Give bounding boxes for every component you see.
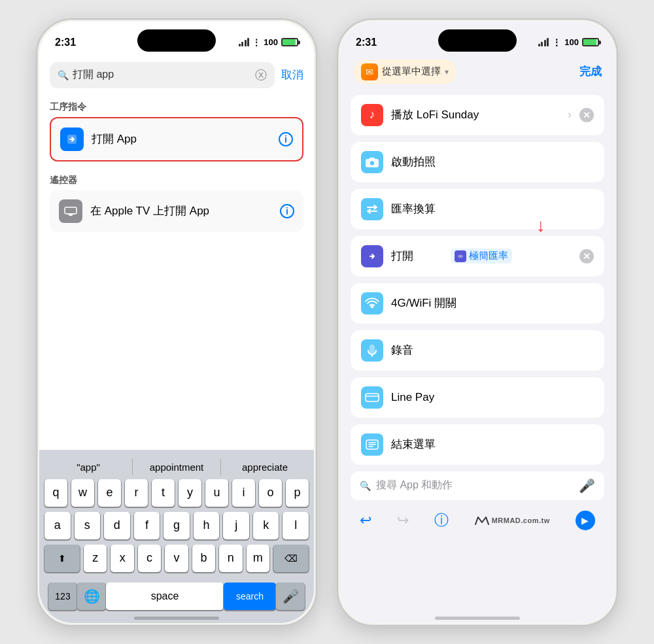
key-v[interactable]: v	[165, 545, 188, 572]
key-w[interactable]: w	[71, 479, 94, 507]
linepay-label: Line Pay	[391, 391, 594, 404]
music-remove-button[interactable]: ✕	[579, 108, 594, 122]
shortcut-item-exchange[interactable]: 匯率換算	[351, 189, 604, 229]
key-u[interactable]: u	[205, 479, 228, 507]
key-globe[interactable]: 🌐	[77, 583, 106, 610]
mic-button[interactable]: 🎤	[579, 478, 595, 494]
appletv-label: 在 Apple TV 上打開 App	[90, 203, 272, 218]
dynamic-island-2	[438, 29, 517, 52]
wifi-toggle-icon	[361, 292, 383, 314]
done-button[interactable]: 完成	[579, 64, 602, 79]
record-icon	[361, 339, 383, 362]
appletv-icon	[59, 199, 82, 223]
svg-point-5	[370, 160, 375, 165]
redo-button[interactable]: ↪	[397, 512, 409, 529]
key-backspace[interactable]: ⌫	[273, 545, 309, 572]
key-c[interactable]: c	[138, 545, 161, 572]
status-icons-1: ⋮ 100	[239, 37, 298, 47]
key-search[interactable]: search	[224, 583, 276, 610]
search-bar[interactable]: 🔍 打開 app ⓧ	[50, 62, 275, 88]
home-indicator-2	[435, 617, 520, 620]
search-bar-container: 🔍 打開 app ⓧ 取消	[39, 57, 314, 93]
key-123[interactable]: 123	[48, 583, 77, 610]
open-app-icon-2	[361, 245, 383, 267]
key-k[interactable]: k	[253, 512, 279, 539]
key-s[interactable]: s	[75, 512, 101, 539]
exchange-icon	[361, 198, 383, 220]
key-row-2: a s d f g h j k l	[44, 512, 309, 539]
key-n[interactable]: n	[219, 545, 242, 572]
bottom-search-icon: 🔍	[360, 481, 371, 491]
cancel-button[interactable]: 取消	[281, 67, 303, 82]
shortcut-item-end-menu[interactable]: 結束選單	[351, 424, 604, 465]
autocomplete-appointment[interactable]: appointment	[132, 459, 220, 475]
signal-icon	[239, 38, 250, 46]
key-l[interactable]: l	[283, 512, 309, 539]
key-a[interactable]: a	[44, 512, 71, 539]
play-button[interactable]: ▶	[576, 511, 595, 530]
info-button-open-app[interactable]: i	[279, 132, 293, 146]
shortcut-item-record[interactable]: 錄音	[351, 330, 604, 371]
key-y[interactable]: y	[179, 479, 201, 507]
key-e[interactable]: e	[98, 479, 121, 507]
key-q[interactable]: q	[44, 479, 67, 507]
key-r[interactable]: r	[125, 479, 148, 507]
key-i[interactable]: i	[232, 479, 255, 507]
shortcut-item-wifi[interactable]: 4G/WiFi 開關	[351, 283, 604, 324]
camera-icon	[361, 151, 383, 173]
info-button-appletv[interactable]: i	[280, 204, 294, 218]
watermark-area: MRMAD.com.tw	[475, 516, 550, 525]
red-arrow-annotation: ↓	[536, 215, 545, 236]
key-shift[interactable]: ⬆	[44, 545, 80, 572]
from-menu-selector[interactable]: ✉ 從選單中選擇 ▾	[353, 59, 456, 84]
svg-rect-3	[67, 214, 75, 214]
key-b[interactable]: b	[192, 545, 215, 572]
end-menu-label: 結束選單	[391, 437, 594, 452]
shortcut-item-open-app[interactable]: ↓ 打開 ∞ 極簡匯率 ✕	[351, 236, 604, 277]
from-menu-icon: ✉	[361, 63, 378, 80]
camera-label: 啟動拍照	[391, 154, 594, 169]
shortcut-item-linepay[interactable]: Line Pay	[351, 377, 604, 418]
key-x[interactable]: x	[111, 545, 133, 572]
key-g[interactable]: g	[164, 512, 190, 539]
bottom-search-bar[interactable]: 🔍 搜尋 App 和動作 🎤	[351, 471, 604, 500]
info-toolbar-button[interactable]: ⓘ	[434, 511, 449, 530]
key-rows: q w e r t y u i o p a s d f g	[42, 479, 311, 610]
key-j[interactable]: j	[223, 512, 249, 539]
svg-rect-6	[370, 158, 375, 160]
autocomplete-row: "app" appointment appreciate	[42, 455, 311, 479]
status-time-2: 2:31	[356, 37, 377, 48]
action-item-open-app[interactable]: 打開 App i	[50, 117, 303, 161]
exchange-label: 匯率換算	[391, 201, 594, 216]
app-name-chip[interactable]: ∞ 極簡匯率	[451, 248, 512, 263]
shortcut-item-music[interactable]: ♪ 播放 LoFi Sunday › ✕	[351, 95, 604, 135]
svg-rect-1	[65, 207, 77, 214]
key-space[interactable]: space	[106, 583, 224, 610]
autocomplete-appreciate[interactable]: appreciate	[220, 459, 309, 475]
key-m[interactable]: m	[247, 545, 269, 572]
wifi-label: 4G/WiFi 開關	[391, 296, 594, 311]
search-magnifier-icon: 🔍	[58, 70, 69, 80]
undo-button[interactable]: ↩	[360, 512, 371, 529]
action-item-appletv[interactable]: 在 Apple TV 上打開 App i	[50, 190, 303, 232]
key-t[interactable]: t	[152, 479, 175, 507]
phone-2: 2:31 ⋮ 100 ✉ 從選單中選擇 ▾	[337, 18, 618, 626]
autocomplete-app[interactable]: "app"	[44, 459, 132, 475]
key-z[interactable]: z	[84, 545, 107, 572]
music-chevron-icon[interactable]: ›	[568, 108, 572, 122]
bottom-search-placeholder: 搜尋 App 和動作	[376, 479, 574, 492]
shortcut-item-camera[interactable]: 啟動拍照	[351, 142, 604, 182]
key-mic[interactable]: 🎤	[276, 583, 305, 610]
clear-search-button[interactable]: ⓧ	[255, 67, 267, 83]
key-o[interactable]: o	[259, 479, 282, 507]
key-f[interactable]: f	[134, 512, 160, 539]
key-p[interactable]: p	[286, 479, 309, 507]
watermark-text: MRMAD.com.tw	[492, 517, 550, 524]
key-d[interactable]: d	[104, 512, 130, 539]
open-app-remove-button[interactable]: ✕	[579, 249, 594, 263]
search-input-value[interactable]: 打開 app	[73, 68, 251, 82]
home-indicator-1	[134, 617, 219, 620]
svg-rect-9	[366, 394, 379, 401]
key-h[interactable]: h	[194, 512, 220, 539]
key-row-4: 123 🌐 space search 🎤	[44, 583, 309, 610]
